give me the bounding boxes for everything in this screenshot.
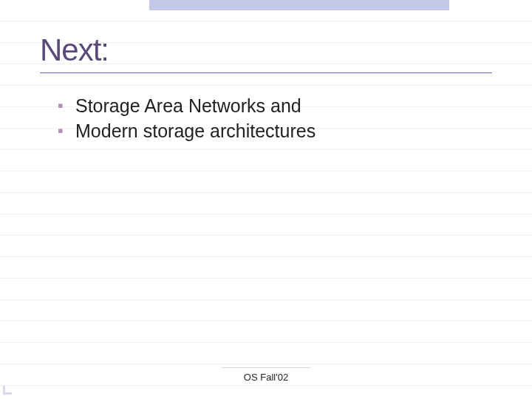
bullet-text: Modern storage architectures (75, 120, 316, 142)
footer-divider (222, 367, 310, 368)
title-underline (40, 72, 492, 73)
list-item: ▪ Storage Area Networks and (58, 95, 488, 117)
footer-text: OS Fall'02 (0, 372, 532, 383)
bullet-icon: ▪ (58, 95, 68, 117)
bullet-list: ▪ Storage Area Networks and ▪ Modern sto… (58, 95, 488, 145)
top-accent-bar (149, 0, 449, 10)
bullet-text: Storage Area Networks and (75, 95, 301, 117)
page-title: Next: (40, 33, 492, 68)
list-item: ▪ Modern storage architectures (58, 120, 488, 142)
bullet-icon: ▪ (58, 120, 68, 142)
corner-accent-icon (3, 386, 12, 395)
